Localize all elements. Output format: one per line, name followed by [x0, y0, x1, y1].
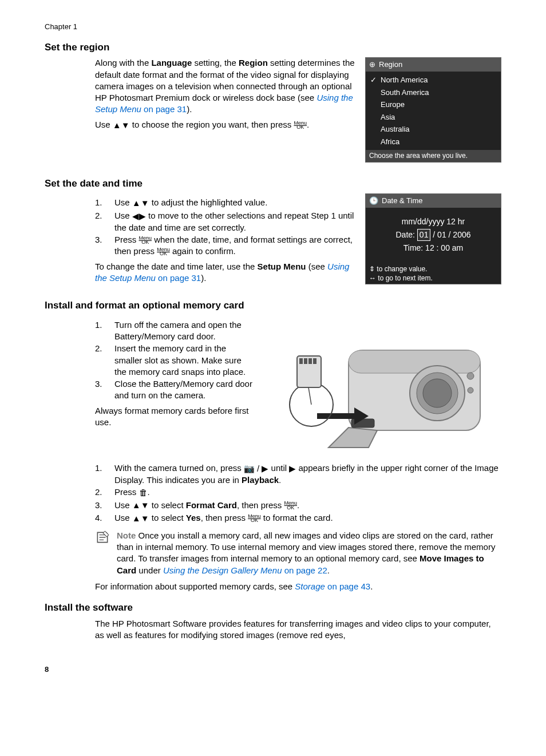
region-screen-title: ⊕Region [366, 58, 501, 72]
svg-rect-13 [313, 358, 316, 364]
datetime-screen: 🕒Date & Time mm/dd/yyyy 12 hr Date: 01 /… [365, 193, 501, 284]
up-down-arrows-icon: ▲▼ [132, 513, 149, 524]
camera-playback-toggle-icon: 📷 / ▶ [244, 463, 269, 474]
heading-set-date-time: Set the date and time [45, 177, 501, 191]
playback-icon: ▶ [289, 463, 296, 474]
note-block: Note Once you install a memory card, all… [95, 530, 501, 576]
trash-icon: 🗑 [139, 487, 148, 498]
svg-point-5 [467, 373, 474, 379]
svg-rect-10 [299, 358, 303, 364]
chapter-label: Chapter 1 [45, 22, 501, 32]
region-list: ✓North America South America Europe Asia… [366, 72, 501, 150]
svg-rect-1 [349, 350, 480, 373]
svg-point-6 [468, 387, 473, 393]
note-label: Note [117, 531, 136, 540]
svg-line-14 [308, 387, 311, 405]
svg-rect-11 [304, 358, 307, 364]
datetime-date: Date: 01 / 01 / 2006 [369, 229, 497, 241]
region-item-europe[interactable]: Europe [366, 98, 501, 111]
calendar-clock-icon: 🕒 [369, 196, 378, 206]
up-down-arrows-icon: ▲▼ [113, 120, 130, 131]
link-design-gallery[interactable]: Using the Design Gallery Menu on page 22 [163, 565, 327, 575]
link-storage[interactable]: Storage on page 43 [295, 581, 370, 591]
region-text: Along with the Language setting, the Reg… [95, 57, 355, 130]
datetime-screen-title: 🕒Date & Time [366, 194, 501, 208]
datetime-footer: ⇕ to change value. ↔ to go to next item. [366, 263, 501, 284]
heading-set-region: Set the region [45, 41, 501, 54]
software-body: The HP Photosmart Software provides feat… [95, 618, 501, 642]
menu-ok-icon: MenuOK [248, 514, 261, 523]
camera-illustration [266, 316, 489, 459]
up-down-arrows-icon: ▲▼ [132, 197, 149, 209]
left-right-arrows-icon: ◀▶ [132, 211, 146, 222]
memcard-steps: 1.Turn off the camera and open the Batte… [95, 316, 255, 428]
menu-ok-icon: MenuOK [294, 121, 307, 129]
page-number: 8 [45, 664, 501, 675]
note-icon [95, 530, 110, 549]
storage-info: For information about supported memory c… [95, 581, 501, 592]
heading-memory-card: Install and format an optional memory ca… [45, 299, 501, 312]
heading-install-software: Install the software [45, 601, 501, 615]
region-item-north-america[interactable]: ✓North America [366, 74, 501, 86]
region-item-south-america[interactable]: South America [366, 86, 501, 99]
datetime-text: 1.Use ▲▼ to adjust the highlighted value… [95, 193, 355, 284]
region-screen: ⊕Region ✓North America South America Eur… [365, 57, 501, 162]
globe-icon: ⊕ [369, 60, 375, 70]
check-icon: ✓ [369, 75, 377, 85]
menu-ok-icon: MenuOK [139, 236, 152, 244]
region-footer: Choose the area where you live. [366, 150, 501, 161]
updown-icon: ⇕ [369, 265, 375, 273]
datetime-time: Time: 12 : 00 am [369, 243, 497, 254]
region-item-asia[interactable]: Asia [366, 111, 501, 124]
datetime-format: mm/dd/yyyy 12 hr [369, 216, 497, 227]
leftright-icon: ↔ [369, 274, 376, 282]
svg-rect-12 [308, 358, 312, 364]
menu-ok-icon: MenuOK [284, 501, 297, 509]
region-item-africa[interactable]: Africa [366, 136, 501, 148]
menu-ok-icon: MenuOK [157, 248, 170, 256]
up-down-arrows-icon: ▲▼ [132, 500, 149, 511]
svg-point-4 [423, 379, 452, 407]
date-month-highlight[interactable]: 01 [417, 229, 431, 241]
memcard-format-steps: 1.With the camera turned on, press 📷 / ▶… [95, 462, 501, 524]
region-item-australia[interactable]: Australia [366, 123, 501, 136]
